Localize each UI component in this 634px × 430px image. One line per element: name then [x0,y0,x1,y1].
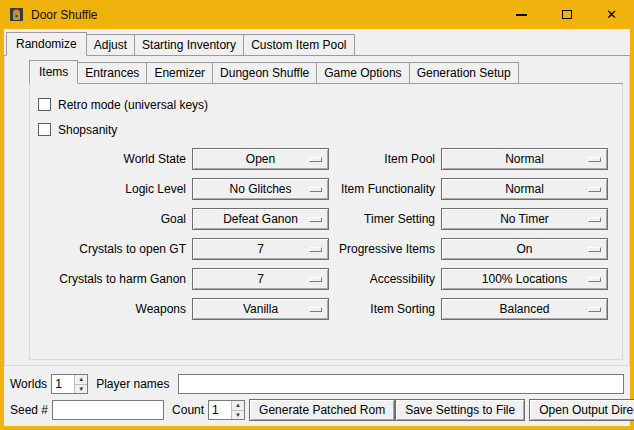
worlds-spinner: ▲ ▼ [51,374,88,394]
dropdown-indicator-icon [588,157,601,162]
dropdown-indicator-icon [588,307,601,312]
item-pool-value: Normal [505,152,544,166]
crystals-harm-ganon-dropdown[interactable]: 7 [192,268,329,290]
app-window: Door Shuffle ✕ Randomize Adjust Starting… [0,0,634,430]
goal-label: Goal [38,208,186,230]
items-tab-panel: Retro mode (universal keys) Shopsanity W… [29,84,623,360]
timer-setting-label: Timer Setting [335,208,435,230]
accessibility-label: Accessibility [335,268,435,290]
settings-tab-bar: Items Entrances Enemizer Dungeon Shuffle… [29,58,623,84]
randomize-tab-panel: Items Entrances Enemizer Dungeon Shuffle… [4,56,630,366]
goal-value: Defeat Ganon [223,212,298,226]
dropdown-indicator-icon [588,277,601,282]
logic-level-dropdown[interactable]: No Glitches [192,178,329,200]
weapons-value: Vanilla [243,302,278,316]
item-sorting-dropdown[interactable]: Balanced [441,298,608,320]
options-grid: World State Open Item Pool Normal Logic … [38,148,614,320]
dropdown-indicator-icon [588,187,601,192]
world-state-dropdown[interactable]: Open [192,148,329,170]
timer-setting-dropdown[interactable]: No Timer [441,208,608,230]
retro-mode-label: Retro mode (universal keys) [58,98,208,112]
player-names-input[interactable] [178,374,625,394]
shopsanity-row: Shopsanity [38,117,614,142]
count-label: Count [172,403,204,417]
open-output-directory-button[interactable]: Open Output Directory [529,399,634,421]
dropdown-indicator-icon [588,217,601,222]
player-names-label: Player names [96,377,169,391]
worlds-label: Worlds [10,377,47,391]
logic-level-value: No Glitches [229,182,291,196]
dropdown-indicator-icon [309,307,322,312]
maximize-button[interactable] [544,0,589,29]
seed-row: Seed # Count ▲ ▼ Generate Patched Rom Sa… [10,399,624,421]
client-area: Randomize Adjust Starting Inventory Cust… [4,29,630,426]
item-pool-label: Item Pool [335,148,435,170]
crystals-harm-ganon-value: 7 [257,272,264,286]
main-tab-bar: Randomize Adjust Starting Inventory Cust… [4,29,630,56]
close-icon: ✕ [606,8,617,21]
tab-items[interactable]: Items [29,60,78,84]
tab-randomize[interactable]: Randomize [6,32,87,56]
world-state-value: Open [246,152,275,166]
item-functionality-value: Normal [505,182,544,196]
dropdown-indicator-icon [588,247,601,252]
crystals-open-gt-label: Crystals to open GT [38,238,186,260]
weapons-dropdown[interactable]: Vanilla [192,298,329,320]
progressive-items-value: On [516,242,532,256]
timer-setting-value: No Timer [500,212,549,226]
item-pool-dropdown[interactable]: Normal [441,148,608,170]
retro-mode-checkbox[interactable] [38,98,51,111]
crystals-harm-ganon-label: Crystals to harm Ganon [38,268,186,290]
tab-entrances[interactable]: Entrances [77,62,147,84]
tab-starting-inventory[interactable]: Starting Inventory [134,34,244,56]
goal-dropdown[interactable]: Defeat Ganon [192,208,329,230]
close-button[interactable]: ✕ [589,0,634,29]
item-sorting-value: Balanced [499,302,549,316]
accessibility-dropdown[interactable]: 100% Locations [441,268,608,290]
tab-enemizer[interactable]: Enemizer [146,62,213,84]
shopsanity-label: Shopsanity [58,123,117,137]
worlds-spinner-up-button[interactable]: ▲ [75,375,87,385]
weapons-label: Weapons [38,298,186,320]
shopsanity-checkbox[interactable] [38,123,51,136]
item-functionality-dropdown[interactable]: Normal [441,178,608,200]
maximize-icon [562,10,572,19]
minimize-button[interactable] [499,0,544,29]
tab-game-options[interactable]: Game Options [316,62,409,84]
progressive-items-label: Progressive Items [335,238,435,260]
tab-custom-item-pool[interactable]: Custom Item Pool [243,34,354,56]
worlds-row: Worlds ▲ ▼ Player names [10,373,624,395]
world-state-label: World State [38,148,186,170]
item-functionality-label: Item Functionality [335,178,435,200]
crystals-open-gt-value: 7 [257,242,264,256]
app-icon [9,7,24,22]
worlds-input[interactable] [52,375,74,393]
save-settings-button[interactable]: Save Settings to File [395,399,525,421]
minimize-icon [516,14,527,16]
seed-input[interactable] [52,400,164,420]
retro-mode-row: Retro mode (universal keys) [38,92,614,117]
accessibility-value: 100% Locations [482,272,567,286]
seed-label: Seed # [10,403,48,417]
titlebar: Door Shuffle ✕ [0,0,634,29]
crystals-open-gt-dropdown[interactable]: 7 [192,238,329,260]
tab-generation-setup[interactable]: Generation Setup [409,62,519,84]
tab-adjust[interactable]: Adjust [86,34,135,56]
dropdown-indicator-icon [309,187,322,192]
count-spinner: ▲ ▼ [208,400,245,420]
count-spinner-down-button[interactable]: ▼ [232,411,244,420]
dropdown-indicator-icon [309,277,322,282]
tab-dungeon-shuffle[interactable]: Dungeon Shuffle [212,62,317,84]
worlds-spinner-down-button[interactable]: ▼ [75,385,87,394]
window-controls: ✕ [499,0,634,29]
dropdown-indicator-icon [309,247,322,252]
logic-level-label: Logic Level [38,178,186,200]
worlds-spinner-buttons: ▲ ▼ [74,375,87,393]
dropdown-indicator-icon [309,157,322,162]
count-spinner-buttons: ▲ ▼ [231,401,244,419]
count-input[interactable] [209,401,231,419]
generate-patched-rom-button[interactable]: Generate Patched Rom [249,399,395,421]
count-spinner-up-button[interactable]: ▲ [232,401,244,411]
progressive-items-dropdown[interactable]: On [441,238,608,260]
window-title: Door Shuffle [31,8,98,22]
